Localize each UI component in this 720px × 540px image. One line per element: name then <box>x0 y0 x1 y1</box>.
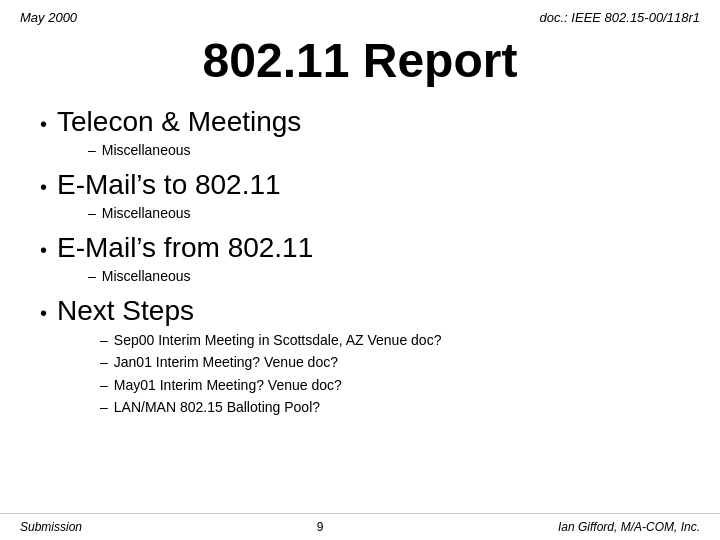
sub-bullet-item: – Jan01 Interim Meeting? Venue doc? <box>100 351 680 373</box>
sub-bullet-item: – Sep00 Interim Meeting in Scottsdale, A… <box>100 329 680 351</box>
bullet-email-from: • E-Mail’s from 802.11 – Miscellaneous <box>40 232 680 287</box>
header-doc: doc.: IEEE 802.15-00/118r1 <box>540 10 700 25</box>
bullet-telecon-text: Telecon & Meetings <box>57 106 301 138</box>
header: May 2000 doc.: IEEE 802.15-00/118r1 <box>0 0 720 25</box>
sub-bullet-item: – Miscellaneous <box>88 140 680 161</box>
bullet-email-to-main: • E-Mail’s to 802.11 <box>40 169 680 201</box>
bullet-dot-3: • <box>40 239 47 262</box>
sub-bullet-text: Jan01 Interim Meeting? Venue doc? <box>114 351 338 373</box>
sub-bullet-text: Miscellaneous <box>102 140 191 161</box>
footer-page-number: 9 <box>317 520 324 534</box>
slide-title: 802.11 Report <box>0 33 720 88</box>
footer-author: Ian Gifford, M/A-COM, Inc. <box>558 520 700 534</box>
sub-bullet-text: May01 Interim Meeting? Venue doc? <box>114 374 342 396</box>
sub-bullet-text: Sep00 Interim Meeting in Scottsdale, AZ … <box>114 329 442 351</box>
bullet-email-from-subs: – Miscellaneous <box>40 266 680 287</box>
bullet-telecon: • Telecon & Meetings – Miscellaneous <box>40 106 680 161</box>
bullet-next-steps-subs: – Sep00 Interim Meeting in Scottsdale, A… <box>40 329 680 419</box>
bullet-telecon-subs: – Miscellaneous <box>40 140 680 161</box>
sub-bullet-text: Miscellaneous <box>102 203 191 224</box>
sub-bullet-text: LAN/MAN 802.15 Balloting Pool? <box>114 396 320 418</box>
bullet-telecon-main: • Telecon & Meetings <box>40 106 680 138</box>
bullet-email-to-text: E-Mail’s to 802.11 <box>57 169 281 201</box>
bullet-dot-2: • <box>40 176 47 199</box>
sub-bullet-item: – Miscellaneous <box>88 266 680 287</box>
bullet-next-steps-main: • Next Steps <box>40 295 680 327</box>
sub-bullet-text: Miscellaneous <box>102 266 191 287</box>
bullet-email-from-text: E-Mail’s from 802.11 <box>57 232 313 264</box>
bullet-email-to-subs: – Miscellaneous <box>40 203 680 224</box>
bullet-dot-4: • <box>40 302 47 325</box>
content-area: • Telecon & Meetings – Miscellaneous • E… <box>0 106 720 419</box>
footer: Submission 9 Ian Gifford, M/A-COM, Inc. <box>0 513 720 540</box>
bullet-dot-1: • <box>40 113 47 136</box>
bullet-email-from-main: • E-Mail’s from 802.11 <box>40 232 680 264</box>
sub-bullet-item: – Miscellaneous <box>88 203 680 224</box>
bullet-email-to: • E-Mail’s to 802.11 – Miscellaneous <box>40 169 680 224</box>
sub-bullet-item: – LAN/MAN 802.15 Balloting Pool? <box>100 396 680 418</box>
slide: May 2000 doc.: IEEE 802.15-00/118r1 802.… <box>0 0 720 540</box>
footer-submission: Submission <box>20 520 82 534</box>
bullet-next-steps: • Next Steps – Sep00 Interim Meeting in … <box>40 295 680 419</box>
bullet-next-steps-text: Next Steps <box>57 295 194 327</box>
sub-bullet-item: – May01 Interim Meeting? Venue doc? <box>100 374 680 396</box>
header-date: May 2000 <box>20 10 77 25</box>
